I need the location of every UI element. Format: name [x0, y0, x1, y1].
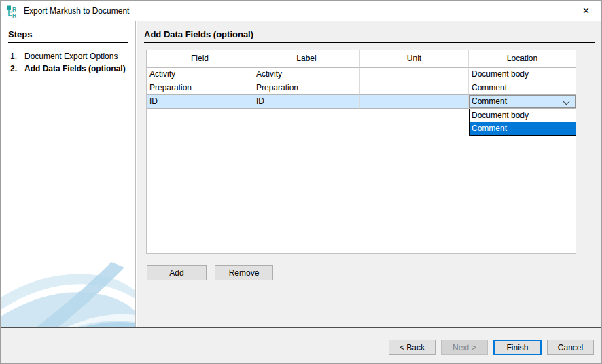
export-markush-dialog: R R Export Markush to Document × Steps 1…: [0, 0, 602, 364]
cell-unit[interactable]: [360, 68, 469, 81]
next-button: Next >: [441, 340, 488, 355]
cell-label[interactable]: Preparation: [253, 81, 360, 95]
add-button[interactable]: Add: [147, 265, 207, 280]
cancel-button[interactable]: Cancel: [547, 340, 594, 355]
table-header-row: Field Label Unit Location: [147, 50, 576, 68]
column-header-location: Location: [469, 50, 576, 68]
title-bar: R R Export Markush to Document ×: [1, 1, 601, 21]
location-dropdown-list: Document body Comment: [469, 109, 576, 136]
step-number: 2.: [8, 64, 24, 74]
wizard-button-bar: < Back Next > Finish Cancel: [1, 327, 601, 363]
combobox-value: Comment: [472, 95, 507, 108]
dialog-content: Steps 1. Document Export Options 2. Add …: [1, 21, 601, 327]
table-button-row: Add Remove: [147, 265, 273, 280]
step-label: Document Export Options: [24, 52, 128, 62]
location-combobox[interactable]: Comment: [469, 95, 576, 108]
main-panel: Add Data Fields (optional) Field Label U…: [137, 21, 601, 327]
step-number: 1.: [8, 52, 24, 62]
close-icon[interactable]: ×: [571, 1, 601, 21]
table-row[interactable]: Activity Activity Document body: [147, 68, 576, 81]
column-header-field: Field: [147, 50, 253, 68]
finish-button[interactable]: Finish: [493, 340, 542, 355]
cell-location[interactable]: Comment: [469, 81, 576, 95]
step-label: Add Data Fields (optional): [24, 64, 128, 74]
markush-r-group-icon: R R: [6, 5, 19, 18]
cell-label[interactable]: Activity: [253, 68, 360, 81]
page-title: Add Data Fields (optional): [144, 29, 595, 43]
svg-text:R: R: [12, 12, 16, 18]
chevron-down-icon: [563, 98, 570, 105]
cell-field[interactable]: ID: [147, 95, 253, 109]
column-header-label: Label: [253, 50, 360, 68]
steps-heading: Steps: [8, 29, 128, 43]
data-fields-table: Field Label Unit Location Activity Activ…: [146, 50, 576, 254]
cell-field[interactable]: Activity: [147, 68, 253, 81]
location-combobox-cell[interactable]: Comment: [469, 95, 576, 109]
cell-label[interactable]: ID: [253, 95, 360, 109]
table-row-selected[interactable]: ID ID Comment: [147, 95, 576, 109]
cell-unit[interactable]: [360, 95, 469, 109]
step-item-add-data-fields: 2. Add Data Fields (optional): [8, 64, 128, 74]
cell-field[interactable]: Preparation: [147, 81, 253, 95]
back-button[interactable]: < Back: [389, 340, 436, 355]
steps-sidebar: Steps 1. Document Export Options 2. Add …: [1, 21, 136, 327]
remove-button[interactable]: Remove: [215, 265, 273, 280]
dropdown-option-document-body[interactable]: Document body: [470, 109, 576, 122]
column-header-unit: Unit: [360, 50, 469, 68]
step-item-document-export-options: 1. Document Export Options: [8, 52, 128, 62]
cell-location[interactable]: Document body: [469, 68, 576, 81]
table-row[interactable]: Preparation Preparation Comment: [147, 81, 576, 95]
decorative-swoosh-graphic: [1, 258, 135, 327]
window-title: Export Markush to Document: [24, 6, 129, 16]
dropdown-option-comment[interactable]: Comment: [470, 122, 576, 135]
cell-unit[interactable]: [360, 81, 469, 95]
